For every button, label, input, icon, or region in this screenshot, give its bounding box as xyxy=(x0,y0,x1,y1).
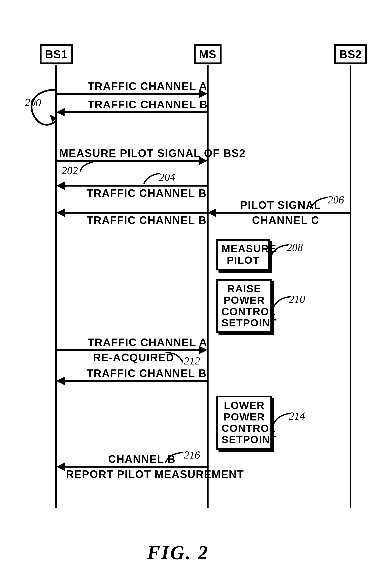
ref-hook-214 xyxy=(273,413,290,425)
msg-label-traffic-b-2: TRAFFIC CHANNEL B xyxy=(87,187,207,200)
arrowhead-icon xyxy=(56,377,65,385)
ref-214: 214 xyxy=(289,410,305,422)
msg-traffic-b-3 xyxy=(65,212,207,213)
msg-measure-cmd xyxy=(57,160,199,162)
msg-traffic-a-1 xyxy=(57,93,199,95)
msg-traffic-a-re xyxy=(57,349,199,351)
node-lower-setpoint: LOWER POWER CONTROL SETPOINT xyxy=(216,396,272,450)
arrowhead-icon xyxy=(199,89,207,98)
ref-204: 204 xyxy=(159,171,175,183)
msg-label-traffic-a-re: TRAFFIC CHANNEL A xyxy=(88,336,207,349)
lifeline-ms xyxy=(207,65,208,508)
ref-hook-212 xyxy=(164,352,184,364)
arrowhead-icon xyxy=(56,209,65,217)
ref-hook-202 xyxy=(79,162,94,172)
arrowhead-icon xyxy=(56,181,65,190)
arrowhead-icon xyxy=(199,346,207,354)
figure-label: FIG. 2 xyxy=(147,542,209,564)
diagram-canvas: BS1 MS BS2 200 TRAFFIC CHANNEL A TRAFFIC… xyxy=(0,0,384,588)
ref-200: 200 xyxy=(25,96,41,109)
msg-label-channel-c: CHANNEL C xyxy=(252,214,319,227)
arrowhead-icon xyxy=(56,462,65,471)
node-text: LOWER POWER CONTROL SETPOINT xyxy=(222,400,277,445)
ref-216: 216 xyxy=(184,449,200,461)
msg-label-traffic-a-1: TRAFFIC CHANNEL A xyxy=(88,80,207,92)
msg-report xyxy=(65,466,207,468)
msg-label-traffic-b-3: TRAFFIC CHANNEL B xyxy=(87,214,207,227)
lifeline-bs1 xyxy=(55,65,57,508)
arrowhead-icon xyxy=(199,157,207,165)
participant-ms: MS xyxy=(194,44,222,64)
participant-bs2: BS2 xyxy=(334,44,367,64)
node-raise-setpoint: RAISE POWER CONTROL SETPOINT xyxy=(216,279,272,333)
ref-202: 202 xyxy=(62,164,78,177)
arrowhead-icon xyxy=(208,209,216,217)
ref-hook-206 xyxy=(309,197,329,210)
node-measure-pilot: MEASURE PILOT xyxy=(216,239,270,271)
ref-hook-216 xyxy=(164,452,184,464)
lifeline-bs2 xyxy=(350,65,351,508)
ref-hook-210 xyxy=(273,296,290,308)
ref-212: 212 xyxy=(184,355,200,367)
msg-label-pilot-signal: PILOT SIGNAL xyxy=(240,199,321,211)
msg-pilot-signal xyxy=(216,212,350,213)
msg-label-traffic-b-1: TRAFFIC CHANNEL B xyxy=(88,98,208,111)
ref-210: 210 xyxy=(289,293,305,305)
msg-label-report: REPORT PILOT MEASUREMENT xyxy=(66,468,244,481)
msg-label-reacquired: RE-ACQUIRED xyxy=(93,351,174,364)
node-text: RAISE POWER CONTROL SETPOINT xyxy=(222,283,277,329)
msg-label-measure-cmd: MEASURE PILOT SIGNAL OF BS2 xyxy=(59,147,246,160)
ref-208: 208 xyxy=(287,241,303,253)
ref-hook-208 xyxy=(271,244,288,256)
node-text: MEASURE PILOT xyxy=(222,243,276,266)
msg-traffic-b-2 xyxy=(65,185,207,187)
ref-hook-204 xyxy=(143,173,160,185)
msg-traffic-b-1 xyxy=(65,111,207,113)
ref-206: 206 xyxy=(328,193,344,206)
arrowhead-icon xyxy=(56,108,65,117)
msg-label-traffic-b-4: TRAFFIC CHANNEL B xyxy=(87,367,207,379)
participant-bs1: BS1 xyxy=(40,44,73,64)
msg-traffic-b-4 xyxy=(65,380,207,382)
